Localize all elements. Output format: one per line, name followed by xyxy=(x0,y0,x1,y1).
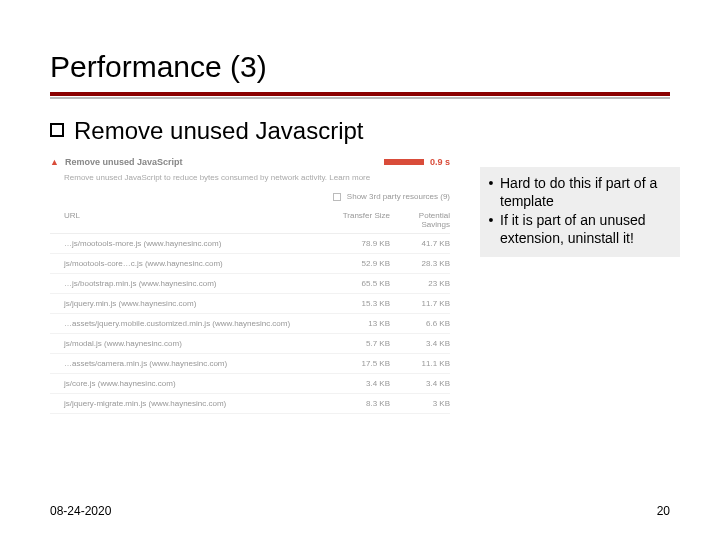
cell-savings: 28.3 KB xyxy=(390,259,450,268)
slide-title: Performance (3) xyxy=(50,50,670,84)
cell-url: js/modal.js (www.haynesinc.com) xyxy=(50,339,330,348)
devtools-panel: ▲ Remove unused JavaScript 0.9 s Remove … xyxy=(50,157,450,414)
title-rule xyxy=(50,92,670,99)
cell-savings: 23 KB xyxy=(390,279,450,288)
cell-url: js/core.js (www.haynesinc.com) xyxy=(50,379,330,388)
cell-savings: 11.1 KB xyxy=(390,359,450,368)
cell-size: 65.5 KB xyxy=(330,279,390,288)
footer-page: 20 xyxy=(657,504,670,518)
third-party-filter: Show 3rd party resources (9) xyxy=(50,192,450,201)
cell-size: 5.7 KB xyxy=(330,339,390,348)
footer-date: 08-24-2020 xyxy=(50,504,111,518)
table-row: …js/bootstrap.min.js (www.haynesinc.com)… xyxy=(50,274,450,294)
cell-savings: 41.7 KB xyxy=(390,239,450,248)
callout-text: Hard to do this if part of a template xyxy=(500,175,674,210)
callout-item: •If it is part of an unused extension, u… xyxy=(482,212,674,247)
cell-url: js/jquery-migrate.min.js (www.haynesinc.… xyxy=(50,399,330,408)
cell-savings: 3.4 KB xyxy=(390,379,450,388)
cell-savings: 3.4 KB xyxy=(390,339,450,348)
table-row: …assets/camera.min.js (www.haynesinc.com… xyxy=(50,354,450,374)
warning-triangle-icon: ▲ xyxy=(50,157,59,167)
table-row: js/modal.js (www.haynesinc.com)5.7 KB3.4… xyxy=(50,334,450,354)
bullet-row: Remove unused Javascript xyxy=(50,117,670,145)
cell-size: 3.4 KB xyxy=(330,379,390,388)
cell-url: …assets/jquery.mobile.customized.min.js … xyxy=(50,319,330,328)
table-row: js/jquery.min.js (www.haynesinc.com)15.3… xyxy=(50,294,450,314)
col-savings: Potential Savings xyxy=(390,211,450,229)
cell-url: js/jquery.min.js (www.haynesinc.com) xyxy=(50,299,330,308)
col-size: Transfer Size xyxy=(330,211,390,229)
cell-savings: 11.7 KB xyxy=(390,299,450,308)
bullet-icon: • xyxy=(482,212,500,247)
callout-box: •Hard to do this if part of a template•I… xyxy=(480,167,680,257)
checkbox-icon xyxy=(333,193,341,201)
cell-url: js/mootools-core…c.js (www.haynesinc.com… xyxy=(50,259,330,268)
cell-url: …assets/camera.min.js (www.haynesinc.com… xyxy=(50,359,330,368)
audit-title: Remove unused JavaScript xyxy=(65,157,183,167)
cell-size: 13 KB xyxy=(330,319,390,328)
cell-size: 17.5 KB xyxy=(330,359,390,368)
filter-label: Show 3rd party resources (9) xyxy=(347,192,450,201)
cell-size: 15.3 KB xyxy=(330,299,390,308)
cell-size: 78.9 KB xyxy=(330,239,390,248)
cell-url: …js/bootstrap.min.js (www.haynesinc.com) xyxy=(50,279,330,288)
audit-description: Remove unused JavaScript to reduce bytes… xyxy=(64,173,450,182)
table-body: …js/mootools-more.js (www.haynesinc.com)… xyxy=(50,234,450,414)
cell-size: 8.3 KB xyxy=(330,399,390,408)
callout-text: If it is part of an unused extension, un… xyxy=(500,212,674,247)
cell-url: …js/mootools-more.js (www.haynesinc.com) xyxy=(50,239,330,248)
table-row: js/mootools-core…c.js (www.haynesinc.com… xyxy=(50,254,450,274)
subheading: Remove unused Javascript xyxy=(74,117,363,145)
audit-score: 0.9 s xyxy=(430,157,450,167)
slide-footer: 08-24-2020 20 xyxy=(50,504,670,518)
table-row: …js/mootools-more.js (www.haynesinc.com)… xyxy=(50,234,450,254)
table-header: URL Transfer Size Potential Savings xyxy=(50,207,450,234)
table-row: js/core.js (www.haynesinc.com)3.4 KB3.4 … xyxy=(50,374,450,394)
cell-savings: 3 KB xyxy=(390,399,450,408)
bullet-icon: • xyxy=(482,175,500,210)
callout-list: •Hard to do this if part of a template•I… xyxy=(482,175,674,247)
table-row: js/jquery-migrate.min.js (www.haynesinc.… xyxy=(50,394,450,414)
cell-size: 52.9 KB xyxy=(330,259,390,268)
col-url: URL xyxy=(50,211,330,229)
callout-item: •Hard to do this if part of a template xyxy=(482,175,674,210)
cell-savings: 6.6 KB xyxy=(390,319,450,328)
checkbox-icon xyxy=(50,123,64,137)
score-bar xyxy=(384,159,424,165)
table-row: …assets/jquery.mobile.customized.min.js … xyxy=(50,314,450,334)
